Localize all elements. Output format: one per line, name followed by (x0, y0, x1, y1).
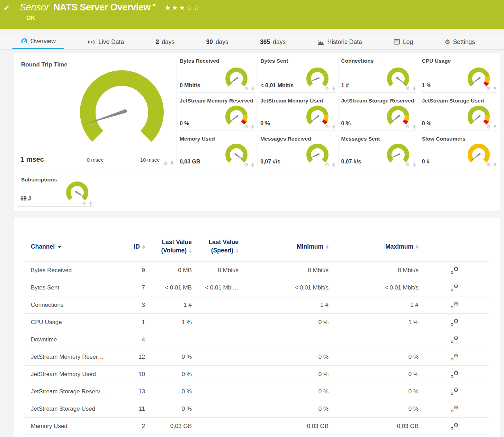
gauge-tile-connections: Connections 1 # ⚙ (339, 53, 419, 93)
tab-settings[interactable]: ⚙ Settings (436, 35, 483, 49)
gauge-title: Bytes Sent (260, 58, 288, 64)
gear-icon[interactable]: ⚙ (405, 124, 410, 129)
channel-settings-gear-icon[interactable]: ⚙⚙ (450, 371, 459, 378)
pin-icon[interactable] (412, 86, 416, 91)
gear-icon[interactable]: ⚙ (325, 162, 329, 167)
tab-2-days[interactable]: 2 days (147, 35, 183, 49)
table-row[interactable]: Connections 3 1 # 1 # 1 # ⚙⚙ (14, 296, 500, 314)
pin-icon[interactable] (332, 124, 336, 129)
sort-arrows-icon (416, 245, 418, 249)
column-header-id[interactable]: ID (128, 243, 145, 250)
pin-icon[interactable] (412, 162, 416, 167)
gauge-value: 0 # (422, 159, 430, 165)
tab-label: days (162, 38, 174, 46)
column-label: Maximum (385, 243, 413, 250)
table-row[interactable]: Bytes Sent 7 < 0,01 MB < 0,01 Mbi… < 0,0… (14, 279, 500, 296)
chart-icon (317, 39, 325, 45)
cell-minimum: 0 % (238, 371, 328, 378)
tab-label: Live Data (98, 38, 124, 46)
column-header-last-value-speed[interactable]: Last Value (Speed) (192, 238, 238, 255)
table-row[interactable]: Downtime -4 ⚙⚙ (14, 331, 500, 348)
table-row[interactable]: JetStream Storage Used 11 0 % 0 % 0 % ⚙⚙ (14, 400, 500, 418)
gauge-chart (65, 181, 89, 203)
pin-icon[interactable] (332, 86, 336, 91)
column-header-last-value-volume[interactable]: Last Value (Volume) (145, 238, 192, 255)
gauge-title: Subscriptions (21, 177, 57, 183)
table-row[interactable]: Bytes Received 9 0 MB 0 Mbit/s 0 Mbit/s … (14, 262, 500, 279)
gear-icon[interactable]: ⚙ (82, 201, 87, 206)
pin-icon[interactable] (493, 124, 497, 129)
cell-id: 13 (128, 388, 145, 395)
tab-30-days[interactable]: 30 days (198, 35, 236, 49)
table-row[interactable]: Memory Used 2 0,03 GB 0,03 GB 0,03 GB ⚙⚙ (14, 418, 500, 435)
tab-number: 365 (260, 38, 270, 46)
gear-icon[interactable]: ⚙ (163, 161, 168, 166)
channel-settings-gear-icon[interactable]: ⚙⚙ (450, 284, 459, 292)
live-data-icon (87, 39, 96, 45)
channel-settings-gear-icon[interactable]: ⚙⚙ (450, 319, 459, 326)
pin-icon[interactable] (493, 86, 497, 91)
cell-maximum: 0 % (328, 354, 418, 360)
tab-live-data[interactable]: Live Data (79, 35, 132, 49)
tab-365-days[interactable]: 365 days (252, 35, 294, 49)
flag-icon[interactable]: ⚑ (152, 3, 156, 8)
pin-icon[interactable] (251, 86, 255, 91)
gear-icon[interactable]: ⚙ (405, 86, 410, 91)
sort-caret-icon (58, 246, 61, 248)
cell-last-value-speed: 0 Mbit/s (192, 267, 238, 274)
gauge-tile-jetstream-memory-reserved: JetStream Memory Reserved 0 % ⚙ (177, 93, 258, 131)
gauge-value: 1 % (422, 82, 432, 89)
pin-icon[interactable] (412, 124, 416, 129)
channel-settings-gear-icon[interactable]: ⚙⚙ (450, 301, 459, 309)
gauge-value: 0 Mbit/s (180, 82, 200, 89)
gauge-title: JetStream Storage Used (422, 98, 484, 104)
gear-icon[interactable]: ⚙ (244, 86, 249, 91)
column-header-maximum[interactable]: Maximum (328, 243, 418, 250)
gear-icon[interactable]: ⚙ (325, 124, 329, 129)
channel-settings-gear-icon[interactable]: ⚙⚙ (450, 267, 459, 274)
gear-icon[interactable]: ⚙ (486, 86, 491, 91)
gauge-tile-messages-sent: Messages Sent 0,07 #/s ⚙ (339, 131, 419, 169)
gear-icon[interactable]: ⚙ (486, 162, 491, 167)
pin-icon[interactable] (89, 201, 93, 206)
column-label: ID (134, 243, 140, 250)
gear-icon[interactable]: ⚙ (244, 162, 249, 167)
column-header-minimum[interactable]: Minimum (238, 243, 328, 250)
pin-icon[interactable] (251, 162, 255, 167)
tab-label: days (216, 38, 228, 46)
pin-icon[interactable] (170, 161, 174, 166)
table-row[interactable]: JetStream Memory Reser… 12 0 % 0 % 0 % ⚙… (14, 348, 500, 366)
gear-icon[interactable]: ⚙ (405, 162, 410, 167)
pin-icon[interactable] (332, 162, 336, 167)
column-header-channel[interactable]: Channel (31, 243, 128, 250)
cell-minimum: 0 % (238, 319, 328, 326)
channel-settings-gear-icon[interactable]: ⚙⚙ (450, 336, 459, 344)
cell-channel: Bytes Received (31, 267, 128, 274)
gear-icon[interactable]: ⚙ (486, 124, 491, 129)
channel-settings-gear-icon[interactable]: ⚙⚙ (450, 353, 459, 361)
gauge-value: 1 # (341, 82, 349, 89)
gauge-value: 0,03 GB (180, 159, 200, 165)
channel-settings-gear-icon[interactable]: ⚙⚙ (450, 422, 459, 430)
gauge-title: Messages Received (260, 136, 311, 142)
gear-icon[interactable]: ⚙ (325, 86, 329, 91)
channel-settings-gear-icon[interactable]: ⚙⚙ (450, 405, 459, 413)
tab-label: Settings (453, 38, 475, 46)
channel-settings-gear-icon[interactable]: ⚙⚙ (450, 388, 459, 395)
table-row[interactable]: CPU Usage 1 1 % 0 % 1 % ⚙⚙ (14, 314, 500, 331)
tab-overview[interactable]: Overview (12, 35, 64, 49)
pin-icon[interactable] (251, 124, 255, 129)
sort-arrows-icon (189, 249, 192, 253)
table-row[interactable]: JetStream Memory Used 10 0 % 0 % 0 % ⚙⚙ (14, 366, 500, 383)
tab-label: Historic Data (327, 38, 362, 46)
gauge-title: Memory Used (180, 136, 215, 142)
tab-historic-data[interactable]: Historic Data (309, 35, 370, 49)
table-row[interactable]: JetStream Storage Reserv… 13 0 % 0 % 0 %… (14, 383, 500, 400)
gauge-value: 0 % (341, 121, 351, 127)
column-label: (Volume) (161, 247, 187, 254)
priority-stars[interactable]: ★★★☆☆ (164, 3, 201, 12)
tab-log[interactable]: Log (385, 35, 421, 49)
gear-icon[interactable]: ⚙ (244, 124, 249, 129)
gauge-title: Messages Sent (341, 136, 380, 142)
pin-icon[interactable] (493, 162, 497, 167)
